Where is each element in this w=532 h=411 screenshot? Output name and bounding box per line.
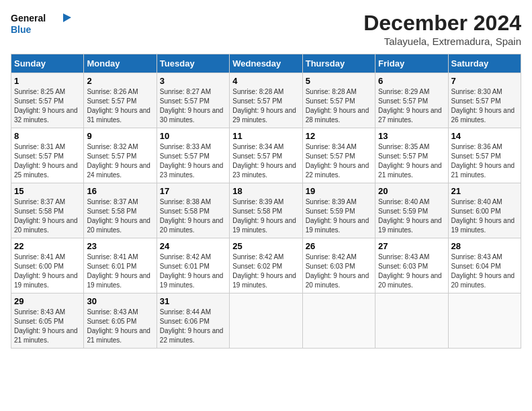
sunrise-label: Sunrise: 8:42 AM — [160, 253, 211, 261]
sunrise-label: Sunrise: 8:35 AM — [378, 143, 429, 150]
sunrise-label: Sunrise: 8:38 AM — [160, 198, 211, 205]
day-number: 6 — [378, 76, 445, 86]
calendar-cell: 21 Sunrise: 8:40 AM Sunset: 6:00 PM Dayl… — [448, 183, 521, 238]
day-info: Sunrise: 8:29 AM Sunset: 5:57 PM Dayligh… — [378, 87, 445, 125]
calendar-cell: 15 Sunrise: 8:37 AM Sunset: 5:58 PM Dayl… — [11, 183, 84, 238]
sunrise-label: Sunrise: 8:37 AM — [87, 198, 138, 205]
sunrise-label: Sunrise: 8:36 AM — [451, 143, 502, 150]
daylight-label: Daylight: 9 hours and 29 minutes. — [232, 107, 296, 124]
day-info: Sunrise: 8:37 AM Sunset: 5:58 PM Dayligh… — [87, 197, 153, 235]
daylight-label: Daylight: 9 hours and 23 minutes. — [232, 162, 296, 179]
day-info: Sunrise: 8:41 AM Sunset: 6:00 PM Dayligh… — [14, 253, 81, 290]
sunset-label: Sunset: 5:57 PM — [451, 152, 501, 160]
sunset-label: Sunset: 6:05 PM — [87, 318, 136, 325]
day-info: Sunrise: 8:40 AM Sunset: 6:00 PM Dayligh… — [451, 197, 518, 235]
sunset-label: Sunset: 6:02 PM — [232, 263, 282, 270]
daylight-label: Daylight: 9 hours and 26 minutes. — [451, 107, 515, 124]
sunrise-label: Sunrise: 8:27 AM — [160, 88, 211, 95]
calendar-cell: 22 Sunrise: 8:41 AM Sunset: 6:00 PM Dayl… — [11, 238, 84, 293]
day-info: Sunrise: 8:43 AM Sunset: 6:05 PM Dayligh… — [87, 308, 153, 345]
calendar-cell: 17 Sunrise: 8:38 AM Sunset: 5:58 PM Dayl… — [157, 183, 229, 238]
day-number: 19 — [306, 186, 372, 196]
day-header-thursday: Thursday — [302, 54, 375, 73]
calendar-cell: 18 Sunrise: 8:39 AM Sunset: 5:58 PM Dayl… — [230, 183, 302, 238]
day-number: 31 — [160, 296, 226, 306]
header: General Blue December 2024 Talayuela, Ex… — [11, 11, 521, 47]
daylight-label: Daylight: 9 hours and 30 minutes. — [160, 107, 224, 124]
logo: General Blue — [11, 11, 71, 38]
day-info: Sunrise: 8:28 AM Sunset: 5:57 PM Dayligh… — [306, 87, 372, 125]
sunrise-label: Sunrise: 8:40 AM — [378, 198, 429, 205]
daylight-label: Daylight: 9 hours and 28 minutes. — [306, 107, 369, 124]
calendar-cell: 25 Sunrise: 8:42 AM Sunset: 6:02 PM Dayl… — [230, 238, 302, 293]
day-header-tuesday: Tuesday — [157, 54, 229, 73]
daylight-label: Daylight: 9 hours and 22 minutes. — [160, 327, 224, 344]
day-info: Sunrise: 8:34 AM Sunset: 5:57 PM Dayligh… — [306, 142, 372, 180]
calendar-cell: 14 Sunrise: 8:36 AM Sunset: 5:57 PM Dayl… — [448, 128, 521, 183]
daylight-label: Daylight: 9 hours and 27 minutes. — [378, 107, 442, 124]
daylight-label: Daylight: 9 hours and 19 minutes. — [232, 272, 296, 289]
calendar-cell: 23 Sunrise: 8:41 AM Sunset: 6:01 PM Dayl… — [84, 238, 157, 293]
sunrise-label: Sunrise: 8:31 AM — [14, 143, 65, 150]
daylight-label: Daylight: 9 hours and 21 minutes. — [14, 327, 78, 344]
day-header-saturday: Saturday — [448, 54, 521, 73]
day-number: 27 — [378, 241, 445, 251]
daylight-label: Daylight: 9 hours and 19 minutes. — [378, 217, 442, 234]
daylight-label: Daylight: 9 hours and 24 minutes. — [87, 162, 150, 179]
day-header-sunday: Sunday — [11, 54, 84, 73]
location-subtitle: Talayuela, Extremadura, Spain — [363, 36, 521, 47]
title-area: December 2024 Talayuela, Extremadura, Sp… — [363, 11, 521, 47]
calendar-cell: 1 Sunrise: 8:25 AM Sunset: 5:57 PM Dayli… — [11, 73, 84, 128]
day-number: 13 — [378, 131, 445, 141]
day-number: 7 — [451, 76, 518, 86]
day-info: Sunrise: 8:35 AM Sunset: 5:57 PM Dayligh… — [378, 142, 445, 180]
sunset-label: Sunset: 6:06 PM — [160, 318, 210, 325]
sunrise-label: Sunrise: 8:43 AM — [14, 308, 65, 316]
day-number: 3 — [160, 76, 226, 86]
day-number: 2 — [87, 76, 153, 86]
sunset-label: Sunset: 5:57 PM — [14, 97, 64, 105]
daylight-label: Daylight: 9 hours and 19 minutes. — [232, 217, 296, 234]
daylight-label: Daylight: 9 hours and 21 minutes. — [87, 327, 150, 344]
sunset-label: Sunset: 6:01 PM — [160, 263, 210, 270]
sunset-label: Sunset: 5:57 PM — [306, 97, 355, 105]
calendar-cell: 13 Sunrise: 8:35 AM Sunset: 5:57 PM Dayl… — [375, 128, 448, 183]
calendar-cell: 5 Sunrise: 8:28 AM Sunset: 5:57 PM Dayli… — [302, 73, 375, 128]
daylight-label: Daylight: 9 hours and 20 minutes. — [378, 272, 442, 289]
calendar-cell: 7 Sunrise: 8:30 AM Sunset: 5:57 PM Dayli… — [448, 73, 521, 128]
day-info: Sunrise: 8:27 AM Sunset: 5:57 PM Dayligh… — [160, 87, 226, 125]
day-number: 10 — [160, 131, 226, 141]
sunset-label: Sunset: 5:57 PM — [160, 97, 210, 105]
daylight-label: Daylight: 9 hours and 20 minutes. — [87, 217, 150, 234]
day-info: Sunrise: 8:42 AM Sunset: 6:03 PM Dayligh… — [306, 253, 372, 290]
day-info: Sunrise: 8:36 AM Sunset: 5:57 PM Dayligh… — [451, 142, 518, 180]
day-number: 16 — [87, 186, 153, 196]
day-number: 29 — [14, 296, 81, 306]
daylight-label: Daylight: 9 hours and 21 minutes. — [451, 162, 515, 179]
sunrise-label: Sunrise: 8:34 AM — [306, 143, 357, 150]
day-info: Sunrise: 8:32 AM Sunset: 5:57 PM Dayligh… — [87, 142, 153, 180]
day-info: Sunrise: 8:39 AM Sunset: 5:58 PM Dayligh… — [232, 197, 299, 235]
day-number: 17 — [160, 186, 226, 196]
day-number: 23 — [87, 241, 153, 251]
sunrise-label: Sunrise: 8:42 AM — [232, 253, 283, 261]
day-number: 26 — [306, 241, 372, 251]
sunset-label: Sunset: 5:57 PM — [306, 152, 355, 160]
calendar-cell: 9 Sunrise: 8:32 AM Sunset: 5:57 PM Dayli… — [84, 128, 157, 183]
sunrise-label: Sunrise: 8:28 AM — [232, 88, 283, 95]
sunrise-label: Sunrise: 8:40 AM — [451, 198, 502, 205]
sunset-label: Sunset: 6:01 PM — [87, 263, 136, 270]
day-number: 21 — [451, 186, 518, 196]
day-info: Sunrise: 8:42 AM Sunset: 6:01 PM Dayligh… — [160, 253, 226, 290]
sunrise-label: Sunrise: 8:33 AM — [160, 143, 211, 150]
sunrise-label: Sunrise: 8:43 AM — [378, 253, 429, 261]
day-info: Sunrise: 8:33 AM Sunset: 5:57 PM Dayligh… — [160, 142, 226, 180]
sunset-label: Sunset: 6:03 PM — [306, 263, 355, 270]
sunset-label: Sunset: 5:59 PM — [378, 208, 428, 215]
day-number: 14 — [451, 131, 518, 141]
day-info: Sunrise: 8:31 AM Sunset: 5:57 PM Dayligh… — [14, 142, 81, 180]
sunrise-label: Sunrise: 8:26 AM — [87, 88, 138, 95]
sunset-label: Sunset: 5:57 PM — [87, 152, 136, 160]
sunrise-label: Sunrise: 8:30 AM — [451, 88, 502, 95]
sunset-label: Sunset: 6:00 PM — [14, 263, 64, 270]
